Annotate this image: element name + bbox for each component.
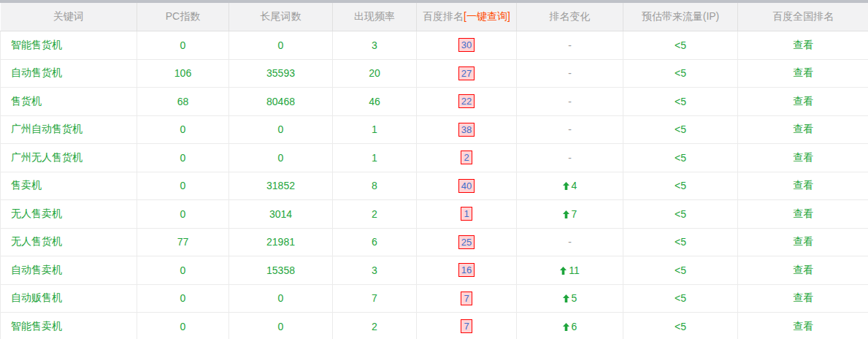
baidu-rank-badge[interactable]: 7 bbox=[461, 292, 472, 305]
keyword-cell: 售货机 bbox=[1, 88, 137, 116]
baidu-rank-cell: 38 bbox=[417, 115, 517, 144]
baidu-rank-cell: 30 bbox=[417, 31, 517, 60]
rank-change-dash: - bbox=[568, 236, 572, 248]
keyword-rank-table: 关键词 PC指数 长尾词数 出现频率 百度排名[一键查询] 排名变化 预估带来流… bbox=[0, 3, 868, 339]
rank-change-cell: 7 bbox=[517, 200, 623, 229]
keyword-link[interactable]: 广州无人售货机 bbox=[11, 151, 82, 163]
col-header-rank-change: 排名变化 bbox=[517, 3, 623, 31]
baidu-rank-cell: 7 bbox=[417, 284, 517, 313]
rank-up-icon bbox=[560, 264, 566, 276]
frequency-cell: 20 bbox=[333, 59, 417, 88]
longtail-count-cell: 0 bbox=[229, 313, 333, 339]
keyword-link[interactable]: 售卖机 bbox=[11, 179, 42, 191]
frequency-cell: 3 bbox=[333, 256, 417, 285]
baidu-rank-badge[interactable]: 27 bbox=[458, 66, 475, 80]
view-link[interactable]: 查看 bbox=[793, 179, 813, 191]
col-header-keyword: 关键词 bbox=[1, 3, 137, 31]
keyword-cell: 无人售货机 bbox=[1, 228, 137, 256]
view-link[interactable]: 查看 bbox=[793, 292, 813, 303]
est-traffic-cell: <5 bbox=[623, 31, 738, 60]
rank-change-value: 4 bbox=[572, 180, 577, 191]
table-row: 广州自动售货机00138-<5查看 bbox=[1, 115, 868, 144]
national-rank-cell: 查看 bbox=[738, 144, 868, 172]
rank-change-dash: - bbox=[568, 96, 572, 107]
col-header-est-traffic: 预估带来流量(IP) bbox=[623, 3, 738, 31]
table-row: 广州无人售货机0012-<5查看 bbox=[1, 144, 868, 172]
baidu-rank-badge[interactable]: 16 bbox=[458, 263, 475, 277]
pc-index-cell: 77 bbox=[137, 228, 229, 256]
frequency-cell: 1 bbox=[333, 144, 417, 172]
baidu-rank-header-label: 百度排名 bbox=[423, 10, 464, 22]
pc-index-cell: 0 bbox=[137, 115, 229, 144]
baidu-rank-badge[interactable]: 40 bbox=[458, 179, 475, 193]
one-click-query-link[interactable]: [一键查询] bbox=[464, 10, 510, 22]
table-row: 自动贩售机00775<5查看 bbox=[1, 284, 868, 313]
rank-change-cell: - bbox=[517, 31, 623, 60]
baidu-rank-cell: 25 bbox=[417, 228, 517, 256]
baidu-rank-badge[interactable]: 7 bbox=[461, 319, 472, 333]
national-rank-cell: 查看 bbox=[738, 172, 868, 200]
table-row: 自动售货机106355932027-<5查看 bbox=[1, 59, 868, 88]
est-traffic-cell: <5 bbox=[623, 172, 738, 200]
view-link[interactable]: 查看 bbox=[793, 320, 813, 332]
col-header-pc-index: PC指数 bbox=[137, 3, 229, 31]
keyword-cell: 广州无人售货机 bbox=[1, 144, 137, 172]
longtail-count-cell: 3014 bbox=[229, 200, 333, 229]
longtail-count-cell: 0 bbox=[229, 31, 333, 60]
keyword-cell: 自动售货机 bbox=[1, 59, 137, 88]
rank-change-cell: - bbox=[517, 228, 623, 256]
national-rank-cell: 查看 bbox=[738, 88, 868, 116]
frequency-cell: 46 bbox=[333, 88, 417, 116]
keyword-link[interactable]: 售货机 bbox=[11, 95, 42, 107]
view-link[interactable]: 查看 bbox=[793, 207, 813, 219]
keyword-link[interactable]: 无人售货机 bbox=[11, 235, 62, 247]
keyword-link[interactable]: 智能售货机 bbox=[11, 39, 62, 50]
rank-change-cell: 11 bbox=[517, 256, 623, 285]
rank-up-icon bbox=[563, 180, 569, 191]
view-link[interactable]: 查看 bbox=[793, 235, 813, 247]
baidu-rank-badge[interactable]: 2 bbox=[461, 151, 472, 164]
keyword-rank-panel: 关键词 PC指数 长尾词数 出现频率 百度排名[一键查询] 排名变化 预估带来流… bbox=[0, 0, 868, 339]
view-link[interactable]: 查看 bbox=[793, 95, 813, 107]
rank-change-dash: - bbox=[568, 123, 572, 135]
keyword-link[interactable]: 智能售卖机 bbox=[11, 320, 62, 332]
keyword-link[interactable]: 自动售卖机 bbox=[11, 264, 62, 275]
col-header-national-rank: 百度全国排名 bbox=[738, 3, 868, 31]
est-traffic-cell: <5 bbox=[623, 256, 738, 285]
table-body: 智能售货机00330-<5查看自动售货机106355932027-<5查看售货机… bbox=[1, 31, 868, 339]
pc-index-cell: 0 bbox=[137, 144, 229, 172]
keyword-link[interactable]: 广州自动售货机 bbox=[11, 123, 82, 134]
frequency-cell: 8 bbox=[333, 172, 417, 200]
national-rank-cell: 查看 bbox=[738, 228, 868, 256]
rank-change-cell: 4 bbox=[517, 172, 623, 200]
rank-change-value: 7 bbox=[572, 208, 577, 220]
baidu-rank-badge[interactable]: 1 bbox=[461, 207, 472, 221]
view-link[interactable]: 查看 bbox=[793, 66, 813, 78]
view-link[interactable]: 查看 bbox=[793, 39, 813, 50]
frequency-cell: 3 bbox=[333, 31, 417, 60]
baidu-rank-badge[interactable]: 22 bbox=[458, 94, 475, 108]
est-traffic-cell: <5 bbox=[623, 115, 738, 144]
baidu-rank-badge[interactable]: 30 bbox=[458, 38, 475, 52]
baidu-rank-badge[interactable]: 38 bbox=[458, 123, 475, 137]
view-link[interactable]: 查看 bbox=[793, 151, 813, 163]
rank-change-cell: - bbox=[517, 59, 623, 88]
header-row: 关键词 PC指数 长尾词数 出现频率 百度排名[一键查询] 排名变化 预估带来流… bbox=[1, 3, 868, 31]
national-rank-cell: 查看 bbox=[738, 59, 868, 88]
keyword-link[interactable]: 自动贩售机 bbox=[11, 292, 62, 303]
baidu-rank-cell: 7 bbox=[417, 313, 517, 339]
baidu-rank-badge[interactable]: 25 bbox=[458, 235, 475, 249]
longtail-count-cell: 35593 bbox=[229, 59, 333, 88]
national-rank-cell: 查看 bbox=[738, 115, 868, 144]
keyword-link[interactable]: 自动售货机 bbox=[11, 66, 62, 78]
pc-index-cell: 0 bbox=[137, 284, 229, 313]
view-link[interactable]: 查看 bbox=[793, 123, 813, 134]
rank-up-icon bbox=[563, 208, 569, 220]
baidu-rank-cell: 16 bbox=[417, 256, 517, 285]
rank-change-cell: - bbox=[517, 88, 623, 116]
rank-up-icon bbox=[563, 292, 569, 304]
keyword-link[interactable]: 无人售卖机 bbox=[11, 207, 62, 219]
view-link[interactable]: 查看 bbox=[793, 264, 813, 275]
baidu-rank-cell: 2 bbox=[417, 144, 517, 172]
frequency-cell: 7 bbox=[333, 284, 417, 313]
